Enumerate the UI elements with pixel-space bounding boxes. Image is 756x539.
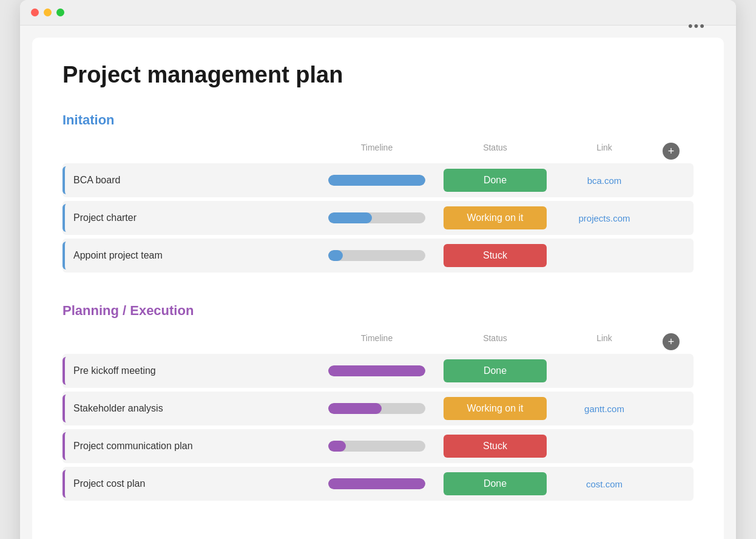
progress-fill xyxy=(328,403,382,414)
col-header-task xyxy=(75,333,316,350)
task-link[interactable]: projects.com xyxy=(578,213,630,223)
col-header-status: Status xyxy=(437,143,553,160)
status-cell[interactable]: Stuck xyxy=(437,244,553,267)
progress-fill xyxy=(328,250,343,261)
table-header: Timeline Status Link + xyxy=(62,330,694,354)
link-cell[interactable]: cost.com xyxy=(553,479,656,489)
task-name: BCA board xyxy=(65,175,120,186)
col-header-link: Link xyxy=(553,333,656,350)
status-badge: Stuck xyxy=(444,435,547,458)
col-header-link: Link xyxy=(553,143,656,160)
timeline-cell[interactable] xyxy=(316,212,437,223)
section-initiation: Initation Timeline Status Link + BCA boa… xyxy=(62,112,694,273)
more-options-button[interactable]: ••• xyxy=(688,18,706,34)
section-heading-initiation: Initation xyxy=(62,112,694,128)
status-badge: Stuck xyxy=(444,244,547,267)
progress-bar xyxy=(328,250,425,261)
status-badge: Done xyxy=(444,169,547,192)
status-cell[interactable]: Working on it xyxy=(437,206,553,229)
timeline-cell[interactable] xyxy=(316,478,437,489)
progress-bar xyxy=(328,478,425,489)
task-name-cell: Project charter xyxy=(62,204,316,232)
task-link[interactable]: cost.com xyxy=(586,479,623,489)
minimize-dot[interactable] xyxy=(44,8,52,16)
task-name-cell: Project cost plan xyxy=(62,470,316,498)
progress-bar xyxy=(328,175,425,186)
task-name: Pre kickoff meeting xyxy=(65,365,156,376)
task-link[interactable]: gantt.com xyxy=(584,404,624,414)
timeline-cell[interactable] xyxy=(316,403,437,414)
add-column-button[interactable]: + xyxy=(663,143,680,160)
progress-bar xyxy=(328,403,425,414)
status-badge: Working on it xyxy=(444,206,547,229)
progress-bar xyxy=(328,441,425,452)
table-row: Pre kickoff meetingDone xyxy=(62,354,694,388)
task-name: Project communication plan xyxy=(65,441,193,452)
task-name-cell: Stakeholder analysis xyxy=(62,395,316,422)
progress-bar xyxy=(328,212,425,223)
page-title: Project management plan xyxy=(62,62,694,88)
timeline-cell[interactable] xyxy=(316,250,437,261)
add-column-button[interactable]: + xyxy=(663,333,680,350)
section-planning: Planning / Execution Timeline Status Lin… xyxy=(62,303,694,501)
progress-bar xyxy=(328,365,425,376)
task-name: Project cost plan xyxy=(65,478,145,489)
status-cell[interactable]: Working on it xyxy=(437,397,553,420)
app-window: ••• Project management plan Initation Ti… xyxy=(20,0,736,539)
add-column-cell[interactable]: + xyxy=(656,333,686,350)
progress-fill xyxy=(328,175,425,186)
close-dot[interactable] xyxy=(31,8,39,16)
table-row: Stakeholder analysisWorking on itgantt.c… xyxy=(62,392,694,425)
link-cell[interactable]: bca.com xyxy=(553,175,656,186)
status-cell[interactable]: Stuck xyxy=(437,435,553,458)
table-row: Project cost planDonecost.com xyxy=(62,467,694,501)
add-column-cell[interactable]: + xyxy=(656,143,686,160)
status-badge: Working on it xyxy=(444,397,547,420)
link-cell[interactable]: gantt.com xyxy=(553,404,656,414)
titlebar xyxy=(20,0,736,25)
timeline-cell[interactable] xyxy=(316,441,437,452)
maximize-dot[interactable] xyxy=(56,8,64,16)
status-cell[interactable]: Done xyxy=(437,169,553,192)
task-name-cell: Pre kickoff meeting xyxy=(62,357,316,385)
progress-fill xyxy=(328,478,425,489)
main-content: ••• Project management plan Initation Ti… xyxy=(32,38,724,539)
task-name: Stakeholder analysis xyxy=(65,403,163,414)
status-cell[interactable]: Done xyxy=(437,359,553,382)
table-header: Timeline Status Link + xyxy=(62,139,694,163)
table-row: BCA boardDonebca.com xyxy=(62,163,694,197)
task-name: Project charter xyxy=(65,212,137,223)
status-cell[interactable]: Done xyxy=(437,472,553,495)
col-header-task xyxy=(75,143,316,160)
progress-fill xyxy=(328,365,425,376)
task-name: Appoint project team xyxy=(65,250,163,261)
progress-fill xyxy=(328,441,346,452)
task-name-cell: Project communication plan xyxy=(62,432,316,460)
task-name-cell: Appoint project team xyxy=(62,242,316,270)
progress-fill xyxy=(328,212,372,223)
col-header-status: Status xyxy=(437,333,553,350)
task-link[interactable]: bca.com xyxy=(587,175,622,186)
status-badge: Done xyxy=(444,472,547,495)
col-header-timeline: Timeline xyxy=(316,143,437,160)
task-name-cell: BCA board xyxy=(62,166,316,194)
link-cell[interactable]: projects.com xyxy=(553,213,656,223)
table-row: Appoint project teamStuck xyxy=(62,239,694,273)
status-badge: Done xyxy=(444,359,547,382)
timeline-cell[interactable] xyxy=(316,175,437,186)
section-heading-planning: Planning / Execution xyxy=(62,303,694,319)
table-row: Project communication planStuck xyxy=(62,429,694,463)
table-row: Project charterWorking on itprojects.com xyxy=(62,201,694,235)
col-header-timeline: Timeline xyxy=(316,333,437,350)
timeline-cell[interactable] xyxy=(316,365,437,376)
